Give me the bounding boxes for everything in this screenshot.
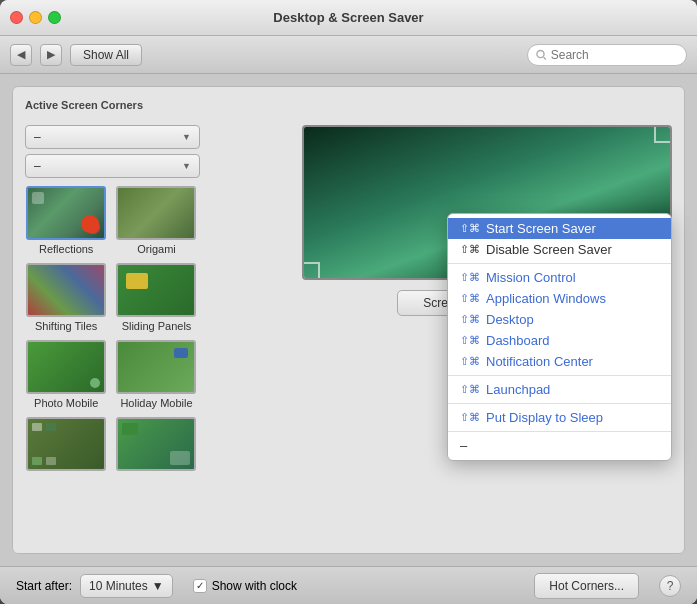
dropdown-divider-4: [448, 431, 671, 432]
show-clock-label: Show with clock: [212, 579, 297, 593]
saver-thumb-more1: [26, 417, 106, 471]
dropdown-divider-1: [448, 263, 671, 264]
show-all-button[interactable]: Show All: [70, 44, 142, 66]
show-clock-group: ✓ Show with clock: [193, 579, 297, 593]
dropdown-menu: ⇧⌘ Start Screen Saver ⇧⌘ Disable Screen …: [447, 213, 672, 461]
dropdown-item-start-screen-saver[interactable]: ⇧⌘ Start Screen Saver: [448, 218, 671, 239]
dropdown-item-put-display-sleep[interactable]: ⇧⌘ Put Display to Sleep: [448, 407, 671, 428]
dropdown-item-application-windows[interactable]: ⇧⌘ Application Windows: [448, 288, 671, 309]
hot-corners-button[interactable]: Hot Corners...: [534, 573, 639, 599]
saver-origami[interactable]: Origami: [115, 186, 197, 255]
section-label: Active Screen Corners: [25, 99, 672, 111]
back-button[interactable]: ◀: [10, 44, 32, 66]
panel: Active Screen Corners – ▼ – ▼: [12, 86, 685, 554]
modifier-mc: ⇧⌘: [460, 271, 480, 284]
saver-label-reflections: Reflections: [39, 243, 93, 255]
start-after-select[interactable]: 10 Minutes ▼: [80, 574, 173, 598]
close-button[interactable]: [10, 11, 23, 24]
saver-thumb-more2: [116, 417, 196, 471]
dropdown-item-launchpad[interactable]: ⇧⌘ Launchpad: [448, 379, 671, 400]
dropdown-item-dashboard[interactable]: ⇧⌘ Dashboard: [448, 330, 671, 351]
corner-dropdown-1[interactable]: – ▼: [25, 125, 200, 149]
saver-label-holiday: Holiday Mobile: [120, 397, 192, 409]
window-title: Desktop & Screen Saver: [273, 10, 423, 25]
saver-photo[interactable]: Photo Mobile: [25, 340, 107, 409]
corner-indicator-tr: [654, 127, 670, 143]
saver-thumb-sliding: [116, 263, 196, 317]
main-content: Active Screen Corners – ▼ – ▼: [0, 74, 697, 566]
dropdown-item-disable-screen-saver[interactable]: ⇧⌘ Disable Screen Saver: [448, 239, 671, 260]
dropdown-item-mission-control[interactable]: ⇧⌘ Mission Control: [448, 267, 671, 288]
show-clock-checkbox[interactable]: ✓: [193, 579, 207, 593]
toolbar: ◀ ▶ Show All: [0, 36, 697, 74]
modifier-lp: ⇧⌘: [460, 383, 480, 396]
modifier-aw: ⇧⌘: [460, 292, 480, 305]
select-arrow: ▼: [152, 579, 164, 593]
dropdown-item-desktop[interactable]: ⇧⌘ Desktop: [448, 309, 671, 330]
forward-button[interactable]: ▶: [40, 44, 62, 66]
modifier-desktop: ⇧⌘: [460, 313, 480, 326]
saver-thumb-shifting: [26, 263, 106, 317]
help-button[interactable]: ?: [659, 575, 681, 597]
saver-shifting[interactable]: Shifting Tiles: [25, 263, 107, 332]
saver-thumb-photo: [26, 340, 106, 394]
modifier-disable: ⇧⌘: [460, 243, 480, 256]
start-after-label: Start after:: [16, 579, 72, 593]
saver-label-shifting: Shifting Tiles: [35, 320, 97, 332]
saver-thumb-origami: [116, 186, 196, 240]
dropdown-arrow-2: ▼: [182, 161, 191, 171]
maximize-button[interactable]: [48, 11, 61, 24]
traffic-lights: [10, 11, 61, 24]
svg-point-0: [537, 50, 544, 57]
saver-label-photo: Photo Mobile: [34, 397, 98, 409]
saver-more2[interactable]: [115, 417, 197, 474]
corner-dropdown-2[interactable]: – ▼: [25, 154, 200, 178]
modifier-start: ⇧⌘: [460, 222, 480, 235]
saver-label-origami: Origami: [137, 243, 176, 255]
modifier-nc: ⇧⌘: [460, 355, 480, 368]
search-icon: [536, 49, 547, 61]
corner-indicator-bl: [304, 262, 320, 278]
minimize-button[interactable]: [29, 11, 42, 24]
dropdown-item-dash[interactable]: –: [448, 435, 671, 456]
modifier-sleep: ⇧⌘: [460, 411, 480, 424]
modifier-dashboard: ⇧⌘: [460, 334, 480, 347]
dropdown-divider-2: [448, 375, 671, 376]
bottom-bar: Start after: 10 Minutes ▼ ✓ Show with cl…: [0, 566, 697, 604]
saver-thumb-holiday: [116, 340, 196, 394]
title-bar: Desktop & Screen Saver: [0, 0, 697, 36]
svg-line-1: [544, 57, 546, 59]
dropdown-item-notification-center[interactable]: ⇧⌘ Notification Center: [448, 351, 671, 372]
start-after-value: 10 Minutes: [89, 579, 148, 593]
saver-reflections[interactable]: Reflections: [25, 186, 107, 255]
saver-thumb-reflections: [26, 186, 106, 240]
search-box[interactable]: [527, 44, 687, 66]
saver-sliding[interactable]: Sliding Panels: [115, 263, 197, 332]
search-input[interactable]: [551, 48, 678, 62]
saver-more1[interactable]: [25, 417, 107, 474]
dropdown-arrow-1: ▼: [182, 132, 191, 142]
window: Desktop & Screen Saver ◀ ▶ Show All Acti…: [0, 0, 697, 604]
saver-label-sliding: Sliding Panels: [122, 320, 192, 332]
start-after-group: Start after: 10 Minutes ▼: [16, 574, 173, 598]
saver-holiday[interactable]: Holiday Mobile: [115, 340, 197, 409]
savers-grid: Reflections Origami Shifting Tiles: [25, 186, 290, 474]
dropdown-divider-3: [448, 403, 671, 404]
